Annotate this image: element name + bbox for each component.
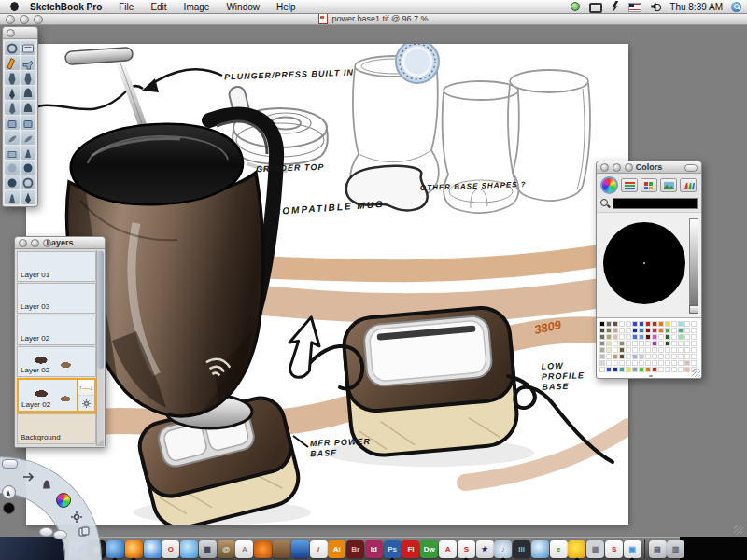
swatch-1-2[interactable] <box>613 328 618 333</box>
menu-app-name[interactable]: SketchBook Pro <box>28 2 110 12</box>
blur-tool[interactable] <box>21 131 35 145</box>
swatch-3-0[interactable] <box>599 341 605 346</box>
swatch-0-9[interactable] <box>658 321 664 327</box>
swatch-4-9[interactable] <box>658 347 664 353</box>
layer-options-gear-icon[interactable] <box>78 396 94 411</box>
dock-safari-icon[interactable] <box>144 540 162 558</box>
color-mode-color-wheel-button[interactable] <box>600 176 618 194</box>
swatch-4-11[interactable] <box>671 347 677 353</box>
battery-power-icon[interactable] <box>609 1 620 12</box>
menu-item-help[interactable]: Help <box>268 2 304 12</box>
swatch-4-3[interactable] <box>619 347 625 353</box>
swatch-2-14[interactable] <box>691 334 697 340</box>
swatch-4-12[interactable] <box>678 347 684 353</box>
swatch-4-1[interactable] <box>606 347 612 353</box>
swatch-4-4[interactable] <box>626 347 631 353</box>
swatch-2-3[interactable] <box>619 334 625 340</box>
swatch-2-13[interactable] <box>684 334 690 340</box>
swatch-0-13[interactable] <box>684 321 690 327</box>
brush-soft-round[interactable] <box>5 161 20 175</box>
color-wheel[interactable] <box>603 222 685 304</box>
swatch-7-7[interactable] <box>645 367 651 372</box>
swatch-2-10[interactable] <box>665 334 670 340</box>
swatch-3-1[interactable] <box>606 341 612 346</box>
brush-hard-round[interactable] <box>21 161 35 175</box>
swatch-0-5[interactable] <box>632 321 638 327</box>
window-resize-grip[interactable] <box>734 525 743 535</box>
swatch-6-4[interactable] <box>626 360 631 366</box>
network-status-icon[interactable] <box>570 1 581 12</box>
swatch-0-3[interactable] <box>619 321 625 327</box>
swatch-5-6[interactable] <box>639 354 644 359</box>
displays-icon[interactable] <box>589 1 600 12</box>
swatch-7-13[interactable] <box>684 367 690 372</box>
dock-sketch-pad-icon[interactable]: / <box>310 540 328 558</box>
swatch-1-0[interactable] <box>599 328 605 333</box>
swatch-7-9[interactable] <box>658 367 664 372</box>
dock-illustrator-icon[interactable]: Ai <box>328 540 345 558</box>
dock-bridge-icon[interactable]: Br <box>346 540 364 558</box>
swatch-2-8[interactable] <box>652 334 657 340</box>
swatch-6-13[interactable] <box>684 360 690 366</box>
dock-thunderbird-icon[interactable] <box>106 540 124 558</box>
swatch-4-8[interactable] <box>652 347 657 353</box>
custom-brush-2[interactable] <box>21 190 35 204</box>
swatch-5-9[interactable] <box>658 354 664 359</box>
swatch-6-12[interactable] <box>678 360 684 366</box>
airbrush-tool[interactable] <box>5 56 20 70</box>
dock-firefox-icon[interactable] <box>125 540 143 558</box>
dock-trash-icon[interactable]: ▥ <box>667 540 684 558</box>
swatch-0-10[interactable] <box>665 321 670 327</box>
dock-itunes-icon[interactable]: ♪ <box>494 540 512 558</box>
swatch-5-5[interactable] <box>632 354 638 359</box>
lagoon-transform-icon[interactable] <box>21 469 35 483</box>
dock-butterfly-app-icon[interactable] <box>254 540 272 558</box>
brush-dark-round[interactable] <box>5 175 20 189</box>
colors-title-bar[interactable]: Colors <box>597 161 701 174</box>
eraser-soft-tool[interactable] <box>5 116 20 130</box>
swatch-5-12[interactable] <box>678 354 684 359</box>
swatch-1-4[interactable] <box>626 328 631 333</box>
layer-row-2[interactable]: Layer 03 <box>17 283 96 314</box>
menu-item-image[interactable]: Image <box>176 2 218 12</box>
swatch-2-11[interactable] <box>671 334 677 340</box>
swatch-1-10[interactable] <box>665 328 670 333</box>
current-color-swatch[interactable] <box>613 198 698 209</box>
swatch-2-2[interactable] <box>613 334 618 340</box>
swatch-5-3[interactable] <box>619 354 625 359</box>
layer-row-5[interactable]: Layer 02↑—↓ <box>17 378 96 413</box>
swatch-0-1[interactable] <box>606 321 612 327</box>
layer-row-4[interactable]: Layer 02 <box>17 346 96 377</box>
lagoon-brush-icon[interactable] <box>39 478 54 493</box>
lagoon-color-swatch[interactable] <box>3 502 15 514</box>
swatch-3-4[interactable] <box>626 341 631 346</box>
swatch-7-10[interactable] <box>665 367 670 372</box>
swatch-7-0[interactable] <box>599 367 605 372</box>
swatch-3-12[interactable] <box>678 341 684 346</box>
swatch-5-7[interactable] <box>645 354 651 359</box>
close-button[interactable] <box>6 15 15 24</box>
swatch-1-3[interactable] <box>619 328 625 333</box>
volume-icon[interactable] <box>650 1 661 12</box>
layer-row-6[interactable]: Background <box>17 413 96 444</box>
swatch-5-4[interactable] <box>626 354 631 359</box>
swatch-6-5[interactable] <box>632 360 638 366</box>
dock-address-book-icon[interactable]: @ <box>218 540 235 558</box>
swatch-0-11[interactable] <box>671 321 677 327</box>
swatch-0-6[interactable] <box>639 321 644 327</box>
swatch-2-12[interactable] <box>678 334 684 340</box>
dock-toast-icon[interactable] <box>273 540 290 558</box>
minimize-button[interactable] <box>20 15 29 24</box>
magnifier-icon[interactable] <box>600 199 610 208</box>
swatch-7-2[interactable] <box>613 367 618 372</box>
swatch-5-13[interactable] <box>684 354 690 359</box>
swatch-6-6[interactable] <box>639 360 644 366</box>
swatch-2-5[interactable] <box>632 334 638 340</box>
apple-menu-icon[interactable] <box>10 2 19 11</box>
lagoon-color-wheel-icon[interactable] <box>56 493 71 508</box>
marker-tool[interactable] <box>5 71 20 85</box>
layer-row-3[interactable]: Layer 02 <box>17 315 96 345</box>
bucket-tool[interactable] <box>5 146 20 160</box>
swatch-3-10[interactable] <box>665 341 670 346</box>
lagoon-redo-button[interactable] <box>53 530 67 539</box>
